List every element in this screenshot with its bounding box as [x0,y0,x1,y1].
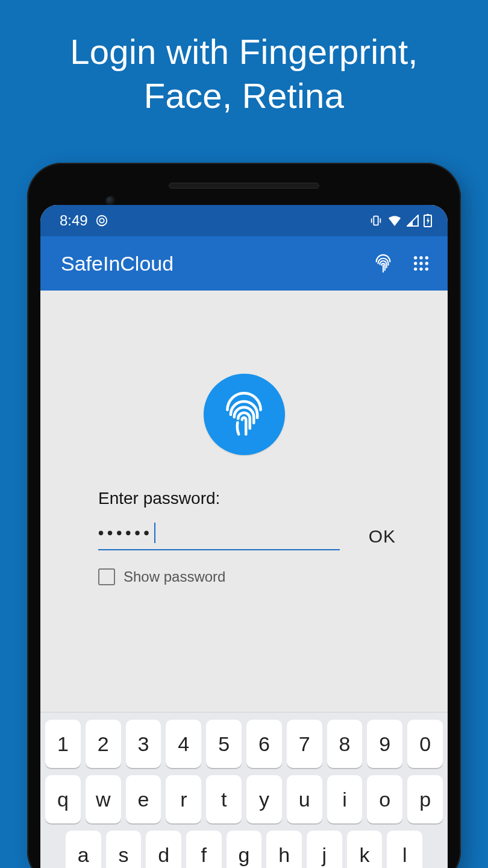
key-3[interactable]: 3 [126,720,161,768]
svg-point-9 [425,256,428,259]
cell-signal-icon [407,215,419,227]
text-caret [154,523,155,543]
key-r[interactable]: r [166,775,201,823]
key-9[interactable]: 9 [367,720,402,768]
key-f[interactable]: f [186,831,222,868]
key-y[interactable]: y [246,775,282,823]
key-p[interactable]: p [407,775,443,823]
key-0[interactable]: 0 [407,720,443,768]
promo-headline: Login with Fingerprint, Face, Retina [0,0,488,118]
keypad-icon[interactable] [411,254,431,273]
key-l[interactable]: l [387,831,422,868]
wifi-icon [387,215,402,227]
key-w[interactable]: w [86,775,121,823]
key-j[interactable]: j [307,831,342,868]
key-g[interactable]: g [227,831,262,868]
svg-rect-6 [427,214,429,215]
svg-point-10 [414,262,417,265]
key-h[interactable]: h [266,831,302,868]
key-2[interactable]: 2 [86,720,121,768]
show-password-label: Show password [124,568,225,585]
show-password-checkbox[interactable] [98,568,115,585]
key-7[interactable]: 7 [287,720,322,768]
password-input[interactable]: •••••• [98,521,340,550]
key-5[interactable]: 5 [206,720,242,768]
app-bar: SafeInCloud [40,236,448,291]
app-title: SafeInCloud [61,252,174,275]
svg-point-7 [414,256,417,259]
svg-point-13 [414,268,417,271]
key-o[interactable]: o [367,775,402,823]
key-u[interactable]: u [287,775,322,823]
status-time: 8:49 [60,212,88,229]
vibrate-icon [369,215,383,227]
svg-rect-4 [380,218,381,222]
svg-point-8 [419,256,422,259]
key-i[interactable]: i [327,775,363,823]
phone-speaker [169,183,319,189]
key-e[interactable]: e [126,775,161,823]
svg-rect-3 [371,218,372,222]
key-k[interactable]: k [347,831,383,868]
phone-screen: 8:49 [40,205,448,868]
password-masked-value: •••••• [98,524,153,542]
svg-point-14 [419,268,422,271]
battery-charging-icon [424,214,432,227]
soft-keyboard: 1234567890 qwertyuiop asdfghjkl [40,712,448,868]
do-not-disturb-icon [95,214,108,227]
key-4[interactable]: 4 [166,720,201,768]
phone-frame: 8:49 [27,163,461,868]
key-6[interactable]: 6 [246,720,282,768]
fingerprint-button[interactable] [204,374,285,455]
key-q[interactable]: q [45,775,81,823]
key-1[interactable]: 1 [45,720,81,768]
login-content: Enter password: •••••• OK Show password [40,291,448,712]
status-bar: 8:49 [40,205,448,236]
svg-rect-2 [374,216,378,225]
svg-point-1 [99,218,104,222]
svg-point-11 [419,262,422,265]
key-8[interactable]: 8 [327,720,363,768]
ok-button[interactable]: OK [357,523,408,550]
key-a[interactable]: a [66,831,101,868]
svg-point-0 [96,216,107,226]
svg-point-12 [425,262,428,265]
key-t[interactable]: t [206,775,242,823]
key-s[interactable]: s [106,831,142,868]
key-d[interactable]: d [146,831,181,868]
password-label: Enter password: [98,489,390,508]
fingerprint-icon[interactable] [373,253,393,274]
svg-point-15 [425,268,428,271]
